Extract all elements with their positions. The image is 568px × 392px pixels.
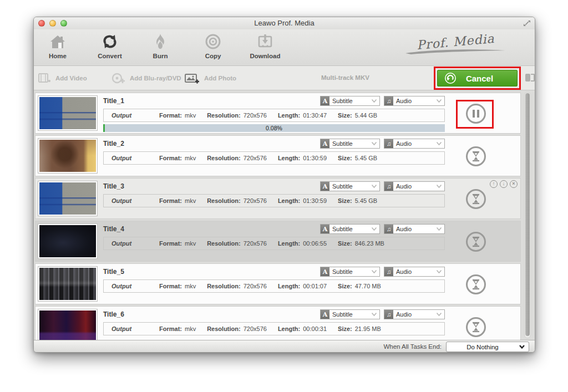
output-info: Output Format: mkv Resolution: 720x576 L…: [103, 151, 445, 165]
chevron-down-icon: [436, 269, 442, 274]
tab-download[interactable]: Download: [240, 33, 290, 59]
cancel-refresh-icon: [444, 72, 457, 84]
task-title: Title_2: [103, 140, 124, 147]
audio-icon: ♫: [384, 310, 393, 319]
tab-convert[interactable]: Convert: [85, 33, 135, 59]
multi-track-mkv-label[interactable]: Multi-track MKV: [321, 74, 369, 81]
thumbnail: [38, 223, 98, 259]
remove-icon[interactable]: ×: [510, 180, 518, 188]
hourglass-icon: [471, 322, 481, 333]
fullscreen-icon[interactable]: [523, 19, 531, 27]
output-info: Output Format: mkv Resolution: 720x576 L…: [103, 109, 445, 122]
copy-icon: [188, 33, 238, 50]
thumbnail: [38, 181, 98, 216]
progress-bar: 0.08%: [103, 124, 445, 132]
zoom-window-button[interactable]: [60, 20, 67, 27]
title-bar: Leawo Prof. Media: [34, 17, 535, 29]
subtitle-icon: A: [321, 182, 329, 191]
audio-dropdown[interactable]: ♫ Audio: [384, 309, 445, 319]
chevron-down-icon: [436, 184, 442, 189]
waiting-button[interactable]: [466, 189, 486, 209]
close-window-button[interactable]: [38, 20, 45, 27]
waiting-button[interactable]: [466, 274, 486, 294]
task-title: Title_1: [103, 97, 124, 105]
chevron-down-icon: [371, 227, 377, 231]
audio-dropdown[interactable]: ♫ Audio: [384, 224, 445, 234]
progress-percent: 0.08%: [266, 125, 282, 131]
subtitle-icon: A: [321, 96, 329, 105]
move-down-icon[interactable]: ↓: [500, 180, 508, 188]
task-title: Title_5: [103, 268, 124, 276]
convert-icon: [85, 33, 135, 50]
hourglass-icon: [471, 194, 481, 205]
subtitle-dropdown[interactable]: A Subtitle: [320, 224, 380, 234]
tab-copy[interactable]: Copy: [188, 33, 238, 59]
chevron-down-icon: [371, 184, 377, 189]
add-photo-button[interactable]: Add Photo: [185, 66, 236, 90]
task-title: Title_4: [103, 225, 124, 233]
chevron-down-icon: [519, 344, 525, 349]
subtitle-dropdown[interactable]: A Subtitle: [320, 96, 380, 106]
audio-dropdown[interactable]: ♫ Audio: [384, 267, 445, 277]
move-up-icon[interactable]: ↑: [490, 180, 498, 188]
audio-icon: ♫: [384, 267, 393, 276]
output-info: Output Format: mkv Resolution: 720x576 L…: [103, 237, 445, 250]
audio-dropdown[interactable]: ♫ Audio: [384, 96, 445, 106]
hourglass-icon: [471, 236, 481, 247]
task-row[interactable]: Title_1 A Subtitle ♫ Audio Output Format…: [35, 93, 521, 134]
brand-logo: Prof. Media: [397, 35, 514, 55]
chevron-down-icon: [436, 227, 442, 231]
waiting-button[interactable]: [466, 317, 486, 337]
task-row[interactable]: Title_2 A Subtitle ♫ Audio Output Format…: [35, 135, 521, 176]
chevron-down-icon: [371, 269, 377, 274]
hourglass-icon: [471, 279, 481, 290]
minimize-window-button[interactable]: [49, 20, 56, 27]
sub-toolbar: Add Video Add Blu-ray/DVD Add Photo Mult…: [34, 66, 535, 90]
task-row[interactable]: Title_3 A Subtitle ♫ Audio Output Format…: [35, 178, 521, 219]
chevron-down-icon: [371, 141, 377, 146]
burn-icon: [135, 33, 185, 50]
scrollbar-thumb[interactable]: [525, 93, 530, 336]
audio-dropdown[interactable]: ♫ Audio: [384, 139, 445, 149]
add-bluray-button[interactable]: Add Blu-ray/DVD: [111, 66, 181, 90]
task-list: Title_1 A Subtitle ♫ Audio Output Format…: [34, 90, 535, 340]
main-toolbar: Home Convert Burn: [34, 29, 535, 66]
subtitle-icon: A: [321, 139, 329, 148]
subtitle-icon: A: [321, 310, 329, 319]
footer-bar: When All Tasks End: Do Nothing: [34, 340, 535, 353]
home-icon: [33, 33, 83, 50]
task-row[interactable]: Title_5 A Subtitle ♫ Audio Output Format…: [35, 263, 521, 304]
cancel-button[interactable]: Cancel: [437, 70, 518, 86]
add-video-button[interactable]: Add Video: [38, 66, 87, 90]
subtitle-dropdown[interactable]: A Subtitle: [320, 267, 380, 277]
thumbnail: [38, 266, 98, 302]
subtitle-dropdown[interactable]: A Subtitle: [320, 181, 380, 191]
scrollbar[interactable]: [524, 92, 531, 338]
subtitle-icon: A: [321, 225, 329, 233]
when-tasks-end-select[interactable]: Do Nothing: [446, 342, 529, 352]
subtitle-dropdown[interactable]: A Subtitle: [320, 139, 380, 149]
audio-icon: ♫: [384, 182, 393, 191]
task-row[interactable]: Title_4 A Subtitle ♫ Audio Output Format…: [35, 221, 521, 262]
subtitle-dropdown[interactable]: A Subtitle: [320, 309, 380, 319]
audio-icon: ♫: [384, 139, 393, 148]
panel-toggle-icon[interactable]: [525, 73, 535, 83]
tab-burn[interactable]: Burn: [135, 33, 185, 59]
tab-home[interactable]: Home: [33, 33, 83, 59]
cancel-annotation-box: Cancel: [434, 67, 521, 90]
task-row[interactable]: Title_6 A Subtitle ♫ Audio Output Format…: [35, 306, 521, 340]
output-info: Output Format: mkv Resolution: 720x576 L…: [103, 322, 445, 335]
thumbnail: [38, 95, 98, 131]
subtitle-icon: A: [321, 267, 329, 276]
waiting-button[interactable]: [466, 232, 486, 252]
window-title: Leawo Prof. Media: [34, 17, 535, 29]
thumbnail: [38, 309, 98, 340]
waiting-button[interactable]: [466, 146, 486, 166]
audio-icon: ♫: [384, 96, 393, 105]
audio-dropdown[interactable]: ♫ Audio: [384, 181, 445, 191]
app-window: Leawo Prof. Media Home: [33, 17, 535, 353]
output-info: Output Format: mkv Resolution: 720x576 L…: [103, 194, 445, 207]
hourglass-icon: [471, 151, 481, 162]
chevron-down-icon: [371, 312, 377, 317]
chevron-down-icon: [436, 312, 442, 317]
